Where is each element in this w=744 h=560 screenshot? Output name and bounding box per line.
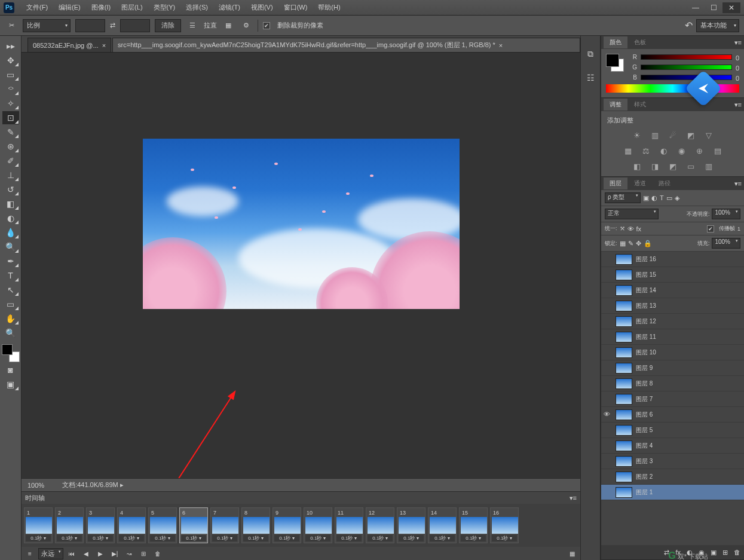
gradient-tool[interactable]: ◐ (2, 212, 19, 225)
propagate-checkbox[interactable]: ✔ (707, 225, 714, 232)
history-brush-tool[interactable]: ↺ (2, 183, 19, 196)
history-panel-icon[interactable]: ⧉ (583, 48, 598, 60)
aspect-ratio-select[interactable]: 比例 (23, 19, 71, 32)
menu-file[interactable]: 文件(F) (22, 1, 53, 14)
minimize-button[interactable]: — (687, 2, 705, 13)
move-tool[interactable]: ✥ (2, 54, 19, 67)
layer-row[interactable]: 图层 9 (601, 360, 744, 376)
close-button[interactable]: ✕ (722, 2, 740, 13)
panel-menu-icon[interactable]: ▾≡ (734, 101, 742, 109)
crop-height-field[interactable] (120, 19, 150, 32)
expand-toolbar-icon[interactable]: ▸▸ (2, 39, 19, 53)
layer-row[interactable]: 图层 14 (601, 283, 744, 298)
shape-tool[interactable]: ▭ (2, 298, 19, 311)
maximize-button[interactable]: ☐ (705, 2, 722, 13)
layer-row[interactable]: 图层 10 (601, 345, 744, 360)
zoom-level[interactable]: 100% (27, 482, 44, 489)
lock-pixels-icon[interactable]: ✎ (628, 240, 633, 247)
foreground-background-colors[interactable] (2, 344, 20, 362)
unify-visibility-icon[interactable]: 👁 (627, 225, 634, 232)
brush-tool[interactable]: ✐ (2, 154, 19, 167)
doc-tab-2[interactable]: src=http___img.soogif.com_kywAedM7nC25ho… (112, 38, 580, 52)
clear-button[interactable]: 清除 (155, 19, 181, 32)
workspace-select[interactable]: 基本功能 (696, 19, 739, 32)
visibility-toggle[interactable] (604, 271, 612, 279)
timeline-frame[interactable]: 120.1秒 ▾ (366, 507, 394, 543)
timeline-frame[interactable]: 140.1秒 ▾ (428, 507, 457, 543)
lock-all-icon[interactable]: 🔒 (644, 240, 652, 247)
menu-select[interactable]: 选择(S) (181, 1, 213, 14)
duplicate-frame-button[interactable]: ⊞ (137, 549, 149, 558)
dodge-tool[interactable]: 🔍 (2, 240, 19, 253)
layer-row[interactable]: 图层 15 (601, 267, 744, 283)
layer-row[interactable]: 图层 16 (601, 252, 744, 267)
visibility-toggle[interactable] (604, 426, 612, 434)
visibility-toggle[interactable] (604, 442, 612, 450)
visibility-toggle[interactable] (604, 255, 612, 264)
visibility-toggle[interactable] (604, 473, 612, 481)
delete-layer-icon[interactable]: 🗑 (734, 549, 740, 556)
unify-style-icon[interactable]: fx (636, 225, 642, 232)
filter-adjustment-icon[interactable]: ◐ (651, 194, 657, 202)
b-slider[interactable] (641, 75, 732, 81)
properties-panel-icon[interactable]: ☷ (583, 72, 598, 84)
panel-menu-icon[interactable]: ▾≡ (570, 494, 577, 502)
visibility-toggle[interactable] (604, 286, 612, 295)
marquee-tool[interactable]: ▭ (2, 68, 19, 81)
eyedropper-tool[interactable]: ✎ (2, 126, 19, 139)
r-slider[interactable] (641, 54, 732, 60)
path-select-tool[interactable]: ↖ (2, 283, 19, 296)
hand-tool[interactable]: ✋ (2, 312, 19, 325)
levels-icon[interactable]: ▥ (649, 130, 661, 140)
loop-select[interactable]: 永远▾ (38, 548, 63, 559)
hue-icon[interactable]: ▦ (622, 145, 634, 156)
panel-menu-icon[interactable]: ▾≡ (734, 39, 742, 47)
layer-filter-select[interactable]: ρ 类型 (605, 192, 641, 203)
filter-shape-icon[interactable]: ▭ (666, 194, 672, 202)
delete-cropped-checkbox[interactable]: ✔ (263, 22, 270, 29)
layer-row[interactable]: 👁图层 6 (601, 407, 744, 423)
visibility-toggle[interactable] (604, 395, 612, 403)
menu-window[interactable]: 窗口(W) (279, 1, 313, 14)
blur-tool[interactable]: 💧 (2, 226, 19, 239)
exposure-icon[interactable]: ◩ (685, 130, 697, 140)
layer-row[interactable]: 图层 3 (601, 454, 744, 469)
balance-icon[interactable]: ⚖ (640, 145, 652, 156)
tab-paths[interactable]: 路径 (653, 178, 676, 189)
eraser-tool[interactable]: ◧ (2, 197, 19, 210)
gradient-map-icon[interactable]: ▭ (685, 161, 697, 172)
straighten-icon[interactable]: ☰ (186, 19, 199, 32)
crop-tool-icon[interactable]: ✂ (5, 19, 18, 32)
lock-transparency-icon[interactable]: ▦ (620, 240, 626, 247)
filter-smart-icon[interactable]: ◈ (675, 194, 679, 202)
timeline-frame[interactable]: 150.1秒 ▾ (459, 507, 488, 543)
pen-tool[interactable]: ✒ (2, 255, 19, 268)
timeline-frame[interactable]: 40.1秒 ▾ (117, 507, 146, 543)
tween-button[interactable]: ↝ (123, 549, 135, 558)
layer-row[interactable]: 图层 8 (601, 376, 744, 391)
panel-menu-icon[interactable]: ▾≡ (734, 180, 742, 188)
crop-settings-icon[interactable]: ⚙ (240, 19, 253, 32)
opacity-value[interactable]: 100% (712, 209, 740, 219)
swap-icon[interactable]: ⇄ (110, 22, 115, 29)
r-value[interactable]: 0 (736, 54, 739, 60)
visibility-toggle[interactable] (604, 457, 612, 466)
quick-mask-icon[interactable]: ◙ (2, 363, 19, 377)
visibility-toggle[interactable] (604, 348, 612, 357)
layer-row[interactable]: 图层 5 (601, 423, 744, 438)
healing-brush-tool[interactable]: ⊛ (2, 140, 19, 153)
layer-row[interactable]: 图层 7 (601, 391, 744, 407)
menu-view[interactable]: 视图(V) (246, 1, 278, 14)
timeline-frame[interactable]: 20.1秒 ▾ (55, 507, 84, 543)
screen-mode-icon[interactable]: ▣ (2, 378, 19, 391)
visibility-toggle[interactable] (604, 488, 612, 497)
fill-value[interactable]: 100% (712, 238, 740, 249)
visibility-toggle[interactable] (604, 364, 612, 372)
timeline-frame[interactable]: 100.1秒 ▾ (304, 507, 332, 543)
timeline-frame[interactable]: 60.1秒 ▾ (179, 507, 208, 543)
channel-mixer-icon[interactable]: ⊕ (694, 145, 706, 156)
new-layer-icon[interactable]: ⊞ (722, 549, 728, 556)
layer-row[interactable]: 图层 11 (601, 329, 744, 345)
type-tool[interactable]: T (2, 269, 19, 282)
layer-row[interactable]: 图层 2 (601, 469, 744, 485)
